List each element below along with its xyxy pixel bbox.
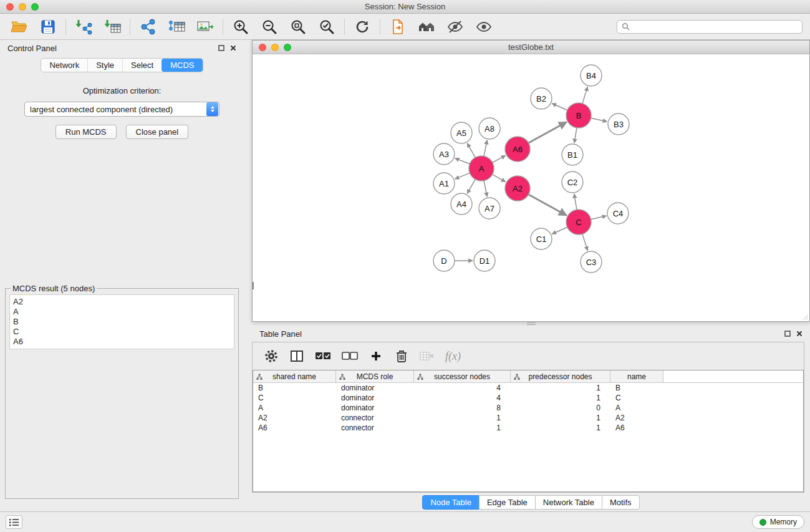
graph-node-A3[interactable]: A3 — [433, 143, 455, 165]
close-panel-icon[interactable] — [230, 45, 236, 51]
graph-edge-A-A3[interactable] — [455, 158, 470, 164]
tab-motifs[interactable]: Motifs — [602, 495, 640, 510]
close-panel-button[interactable]: Close panel — [126, 125, 189, 139]
select-all-columns-button[interactable] — [315, 347, 331, 365]
horizontal-splitter[interactable] — [252, 322, 810, 326]
graph-node-C[interactable]: C — [566, 210, 591, 235]
tab-node-table[interactable]: Node Table — [422, 495, 480, 510]
table-row[interactable]: B dominator 4 1 B — [253, 383, 803, 393]
result-item[interactable]: B — [13, 317, 231, 327]
create-column-button[interactable] — [369, 347, 383, 365]
graph-edge-C-C2[interactable] — [574, 194, 577, 210]
table-row[interactable]: C dominator 4 1 C — [253, 393, 803, 403]
minimize-network-window-button[interactable] — [271, 44, 279, 51]
cell-name[interactable]: A2 — [610, 414, 663, 422]
table-row[interactable]: A6 connector 1 1 A6 — [253, 423, 803, 433]
graph-node-B3[interactable]: B3 — [608, 114, 629, 135]
table-settings-button[interactable] — [264, 347, 279, 365]
resize-grip-icon[interactable] — [802, 314, 809, 321]
left-splitter-handle[interactable] — [252, 282, 254, 289]
cell-predecessor-nodes[interactable]: 0 — [511, 404, 610, 412]
graph-edge-A-A2[interactable] — [493, 175, 506, 182]
result-item[interactable]: C — [13, 327, 231, 337]
graph-node-C2[interactable]: C2 — [562, 172, 583, 193]
graph-edge-A-A7[interactable] — [484, 181, 487, 197]
cell-shared-name[interactable]: A2 — [253, 414, 336, 422]
cell-successor-nodes[interactable]: 1 — [414, 414, 511, 422]
zoom-actual-button[interactable] — [286, 17, 310, 37]
graph-node-A6[interactable]: A6 — [505, 137, 530, 162]
cell-successor-nodes[interactable]: 4 — [414, 394, 511, 402]
task-history-button[interactable] — [6, 515, 22, 529]
cell-name[interactable]: A6 — [610, 423, 663, 432]
cell-mcds-role[interactable]: dominator — [336, 394, 414, 402]
column-header-predecessor-nodes[interactable]: predecessor nodes — [511, 370, 610, 382]
graph-node-C4[interactable]: C4 — [607, 203, 629, 224]
cell-shared-name[interactable]: A — [253, 404, 336, 412]
graph-edge-A-A6[interactable] — [493, 155, 506, 162]
table-body[interactable]: B dominator 4 1 B C dominator 4 1 — [253, 383, 803, 491]
refresh-button[interactable] — [350, 17, 374, 37]
search-input[interactable] — [633, 22, 798, 31]
column-header-shared-name[interactable]: shared name — [253, 370, 336, 382]
table-row[interactable]: A2 connector 1 1 A2 — [253, 413, 803, 423]
tab-mcds[interactable]: MCDS — [162, 59, 202, 72]
tab-network[interactable]: Network — [41, 59, 87, 72]
export-image-button[interactable] — [193, 17, 217, 37]
graph-node-B[interactable]: B — [566, 103, 591, 128]
show-columns-button[interactable] — [289, 347, 304, 365]
save-session-button[interactable] — [36, 17, 60, 37]
graph-node-C1[interactable]: C1 — [531, 228, 552, 249]
function-builder-button[interactable]: f(x) — [445, 347, 461, 365]
cell-name[interactable]: C — [610, 394, 663, 402]
graph-edge-C-C3[interactable] — [582, 234, 587, 251]
graph-edge-A-A4[interactable] — [467, 179, 475, 193]
graph-node-A5[interactable]: A5 — [451, 122, 472, 143]
result-item[interactable]: A — [13, 307, 231, 317]
graph-node-A[interactable]: A — [469, 156, 494, 181]
graph-node-A8[interactable]: A8 — [479, 118, 500, 139]
graph-node-B4[interactable]: B4 — [581, 65, 602, 86]
cell-successor-nodes[interactable]: 8 — [414, 404, 511, 412]
graph-edge-C-C1[interactable] — [552, 227, 567, 234]
cell-predecessor-nodes[interactable]: 1 — [511, 414, 610, 422]
first-neighbors-button[interactable] — [386, 17, 410, 37]
graph-node-B2[interactable]: B2 — [531, 88, 552, 109]
run-mcds-button[interactable]: Run MCDS — [55, 125, 117, 139]
column-header-successor-nodes[interactable]: successor nodes — [414, 370, 511, 382]
graph-node-D[interactable]: D — [433, 250, 455, 271]
show-details-button[interactable] — [472, 17, 496, 37]
mcds-result-list[interactable]: A2 A B C A6 — [9, 294, 234, 349]
cell-successor-nodes[interactable]: 1 — [414, 423, 511, 432]
graph-edge-A-A5[interactable] — [467, 143, 475, 158]
delete-table-button[interactable] — [420, 347, 435, 365]
result-item[interactable]: A2 — [13, 297, 231, 307]
cell-name[interactable]: B — [610, 384, 663, 392]
table-row[interactable]: A dominator 8 0 A — [253, 403, 803, 413]
cell-successor-nodes[interactable]: 4 — [414, 384, 511, 392]
tab-edge-table[interactable]: Edge Table — [479, 495, 536, 510]
float-panel-icon[interactable] — [218, 45, 224, 51]
network-canvas[interactable]: B4B2BB3A5A8A6B1A3AA1C2A2A4A7C4C1CC3DD1 — [253, 54, 809, 321]
open-session-button[interactable] — [7, 17, 31, 37]
cell-shared-name[interactable]: A6 — [253, 423, 336, 432]
unselect-all-columns-button[interactable] — [342, 347, 358, 365]
delete-column-button[interactable] — [394, 347, 409, 365]
graph-edge-B-B3[interactable] — [591, 118, 607, 122]
cell-shared-name[interactable]: C — [253, 394, 336, 402]
float-table-panel-icon[interactable] — [784, 331, 791, 337]
close-window-button[interactable] — [6, 3, 14, 11]
graph-edge-B-B4[interactable] — [582, 87, 587, 104]
graph-edge-A2-C[interactable] — [529, 195, 567, 216]
new-network-table-button[interactable] — [165, 17, 188, 37]
cell-predecessor-nodes[interactable]: 1 — [511, 394, 610, 402]
search-field[interactable] — [617, 20, 803, 34]
cell-predecessor-nodes[interactable]: 1 — [511, 423, 610, 432]
close-network-window-button[interactable] — [259, 44, 266, 51]
cell-shared-name[interactable]: B — [253, 384, 336, 392]
result-item[interactable]: A6 — [13, 337, 231, 347]
graph-node-A2[interactable]: A2 — [505, 176, 530, 201]
zoom-in-button[interactable] — [229, 17, 253, 37]
column-header-name[interactable]: name — [610, 370, 663, 382]
hide-details-button[interactable] — [443, 17, 467, 37]
